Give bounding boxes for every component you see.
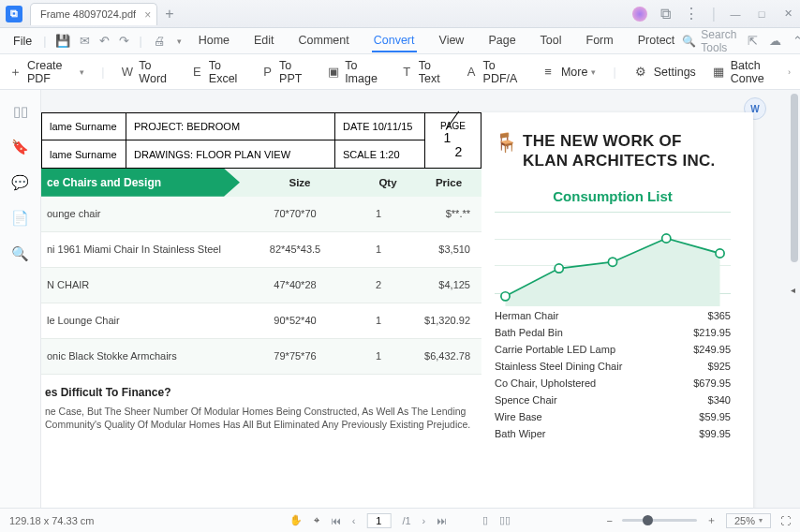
cloud-icon[interactable]: ☁ <box>769 34 781 48</box>
attachment-icon[interactable]: 📄 <box>11 210 29 227</box>
table-row: onic Black Stokke Armchairs79*75*761$6,4… <box>41 339 481 375</box>
table-row: ounge chair70*70*701$**.** <box>41 197 481 232</box>
list-item: Spence Chair$340 <box>495 392 731 408</box>
excel-icon: E <box>191 65 203 80</box>
list-item: Bath Wiper$99.95 <box>495 425 731 442</box>
ai-icon[interactable] <box>632 7 647 22</box>
zoom-out-icon[interactable]: − <box>607 515 613 526</box>
share-icon[interactable]: ⇱ <box>748 34 758 48</box>
expand-right-handle[interactable]: ◂ <box>791 285 800 298</box>
tab-tool[interactable]: Tool <box>539 30 564 52</box>
bookmark-icon[interactable]: 🔖 <box>11 139 29 155</box>
redo-icon[interactable]: ↷ <box>119 34 129 48</box>
two-page-icon[interactable]: ▯▯ <box>499 514 511 526</box>
new-tab-button[interactable]: + <box>165 6 173 22</box>
tab-form[interactable]: Form <box>585 30 615 52</box>
file-menu[interactable]: File <box>7 35 37 48</box>
document-tab[interactable]: Frame 48097024.pdf × <box>30 3 157 25</box>
create-pdf-button[interactable]: ＋ Create PDF ▾ <box>9 59 84 85</box>
tab-view[interactable]: View <box>437 30 467 52</box>
cell: DRAWINGS: FLOOR PLAN VIEW <box>126 140 335 168</box>
list-item: Stainless Steel Dining Chair$925 <box>495 358 731 375</box>
paragraph-heading: es Difficult To Finance? <box>45 386 481 399</box>
tab-comment[interactable]: Comment <box>297 30 351 52</box>
section-title: ce Chairs and Design <box>41 169 240 197</box>
to-excel-button[interactable]: ETo Excel <box>191 59 244 85</box>
gear-icon: ⚙ <box>633 65 648 80</box>
document-viewport[interactable]: W lame Surname PROJECT: BEDROOM DATE 10/… <box>41 90 800 508</box>
tab-page[interactable]: Page <box>486 30 517 52</box>
titlebar: ⧉ Frame 48097024.pdf × + ⧉ ⋮ | — □ ✕ <box>0 0 800 28</box>
first-page-icon[interactable]: ⏮ <box>331 515 341 526</box>
consumption-chart <box>495 212 731 294</box>
list-item: Wire Base$59.95 <box>495 408 731 425</box>
tab-convert[interactable]: Convert <box>372 30 417 52</box>
to-text-button[interactable]: TTo Text <box>401 59 449 85</box>
comment-panel-icon[interactable]: 💬 <box>11 174 29 191</box>
cell: SCALE 1:20 <box>335 140 425 168</box>
hand-tool-icon[interactable]: ✋ <box>289 514 303 526</box>
tab-protect[interactable]: Protect <box>636 30 677 52</box>
search-placeholder: Search Tools <box>701 28 736 54</box>
collapse-ribbon-icon[interactable]: ⌃ <box>793 34 800 48</box>
chevron-down-icon: ▾ <box>80 67 84 77</box>
print-icon[interactable]: 🖨 <box>154 35 166 48</box>
cell: PROJECT: BEDROOM <box>126 113 335 140</box>
convert-toolbar: ＋ Create PDF ▾ | WTo Word ETo Excel PTo … <box>0 54 800 90</box>
svg-point-2 <box>608 258 616 266</box>
svg-point-4 <box>716 248 724 257</box>
search-icon: 🔍 <box>682 35 696 48</box>
maximize-button[interactable]: □ <box>755 8 768 20</box>
to-image-button[interactable]: ▣To Image <box>327 59 384 85</box>
undo-icon[interactable]: ↶ <box>99 34 110 48</box>
status-bar: 129.18 x 74.33 cm ✋ ⌖ ⏮ ‹ /1 › ⏭ ▯ ▯▯ − … <box>0 508 800 532</box>
to-word-button[interactable]: WTo Word <box>121 59 173 85</box>
batch-convert-button[interactable]: ▦Batch Conve› <box>713 59 791 85</box>
select-tool-icon[interactable]: ⌖ <box>314 514 319 526</box>
to-ppt-button[interactable]: PTo PPT <box>261 59 310 85</box>
ppt-icon: P <box>261 65 274 80</box>
minimize-button[interactable]: — <box>729 8 742 20</box>
popout-icon[interactable]: ⧉ <box>660 6 671 22</box>
more-icon: ≡ <box>541 65 556 80</box>
image-icon: ▣ <box>327 65 339 80</box>
zoom-slider[interactable] <box>622 519 697 522</box>
mail-icon[interactable]: ✉ <box>80 34 90 48</box>
kebab-icon[interactable]: ⋮ <box>684 5 699 22</box>
thumbnails-icon[interactable]: ▯▯ <box>13 103 28 120</box>
product-table: ounge chair70*70*701$**.** ni 1961 Miami… <box>41 197 481 375</box>
plus-icon: ＋ <box>9 65 22 80</box>
menubar: File | 💾 ✉ ↶ ↷ | 🖨 ▾ Home Edit Comment C… <box>0 28 800 54</box>
tab-title: Frame 48097024.pdf <box>40 8 136 20</box>
zoom-in-icon[interactable]: ＋ <box>706 513 717 527</box>
last-page-icon[interactable]: ⏭ <box>437 515 447 526</box>
section-header-row: ce Chairs and Design Size Qty Price <box>41 169 481 197</box>
zoom-thumb[interactable] <box>643 515 653 525</box>
close-window-button[interactable]: ✕ <box>781 7 794 20</box>
tab-home[interactable]: Home <box>197 30 231 52</box>
vertical-scrollbar[interactable] <box>791 94 798 262</box>
list-item: Carrie Portable LED Lamp$249.95 <box>495 341 731 358</box>
to-pdfa-button[interactable]: ATo PDF/A <box>466 59 524 85</box>
tab-edit[interactable]: Edit <box>252 30 276 52</box>
close-tab-icon[interactable]: × <box>144 8 151 22</box>
search-panel-icon[interactable]: 🔍 <box>11 245 29 262</box>
save-icon[interactable]: 💾 <box>55 34 70 48</box>
prev-page-icon[interactable]: ‹ <box>352 515 356 526</box>
fit-page-icon[interactable]: ⛶ <box>780 515 791 526</box>
page-input[interactable] <box>366 513 391 528</box>
print-caret-icon[interactable]: ▾ <box>177 37 182 46</box>
list-item: Bath Pedal Bin$219.95 <box>495 324 731 341</box>
svg-point-1 <box>555 263 563 272</box>
list-item: Co Chair, Upholstered$679.95 <box>495 375 731 392</box>
app-icon: ⧉ <box>6 6 22 22</box>
search-tools[interactable]: 🔍 Search Tools <box>682 28 736 54</box>
more-button[interactable]: ≡More▾ <box>541 65 596 80</box>
settings-button[interactable]: ⚙Settings <box>633 65 696 80</box>
cell: lame Surname <box>42 140 126 168</box>
table-row: N CHAIR47*40*282$4,125 <box>41 268 481 303</box>
word-icon: W <box>121 65 133 80</box>
zoom-percent[interactable]: 25%▾ <box>726 513 771 528</box>
single-page-icon[interactable]: ▯ <box>482 514 488 526</box>
next-page-icon[interactable]: › <box>422 515 426 526</box>
